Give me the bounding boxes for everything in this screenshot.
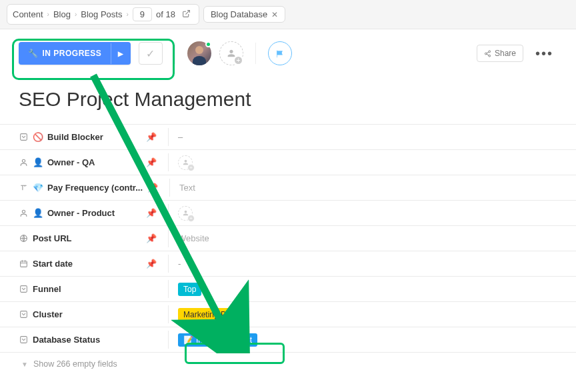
field-emoji-icon: 👤: [33, 208, 43, 218]
breadcrumb-page-number[interactable]: 9: [133, 7, 152, 21]
svg-line-5: [487, 51, 489, 53]
field-name: Database Status: [33, 335, 141, 345]
text-type-icon: [19, 183, 29, 193]
svg-point-7: [22, 159, 25, 162]
more-menu-button[interactable]: •••: [531, 47, 557, 60]
field-value[interactable]: 📝In Development: [169, 329, 576, 351]
dropdown-type-icon: [19, 284, 29, 294]
field-label[interactable]: 👤Owner - Product📌: [0, 204, 169, 222]
dropdown-type-icon: [19, 132, 29, 142]
badge-label: Marketing PM: [183, 310, 233, 319]
svg-line-0: [185, 10, 189, 14]
field-row: FunnelTop: [0, 277, 576, 302]
field-name: Owner - Product: [47, 208, 141, 218]
open-new-icon[interactable]: [179, 9, 193, 20]
url-type-icon: [19, 233, 29, 243]
field-name: Build Blocker: [47, 132, 141, 142]
fields-list: 🚫Build Blocker📌–👤Owner - QA📌+💎Pay Freque…: [0, 124, 576, 353]
svg-rect-6: [21, 134, 27, 141]
add-person-icon[interactable]: +: [178, 206, 193, 221]
field-label[interactable]: Start date📌: [0, 255, 169, 273]
field-row: 🚫Build Blocker📌–: [0, 125, 576, 150]
pin-icon[interactable]: 📌: [145, 259, 161, 269]
field-row: 👤Owner - Product📌+: [0, 201, 576, 226]
svg-rect-14: [21, 286, 27, 293]
pin-icon[interactable]: 📌: [145, 132, 161, 142]
svg-rect-10: [21, 261, 27, 267]
field-value[interactable]: +: [169, 151, 576, 174]
dropdown-type-icon: [19, 309, 29, 319]
field-value[interactable]: –: [169, 128, 576, 146]
svg-point-8: [22, 210, 25, 213]
svg-rect-15: [21, 311, 27, 318]
tag-label: Blog Database: [211, 9, 267, 19]
field-name: Owner - QA: [47, 157, 141, 167]
field-value[interactable]: Marketing PM: [169, 304, 576, 325]
status-badge[interactable]: 📝In Development: [178, 333, 257, 347]
page-title[interactable]: SEO Project Management: [0, 72, 576, 124]
divider: [255, 43, 256, 64]
show-empty-fields-button[interactable]: ▼ Show 266 empty fields: [0, 353, 576, 375]
chevron-right-icon: ›: [75, 11, 77, 18]
field-label[interactable]: Database Status: [0, 331, 169, 349]
status-badge[interactable]: Top: [178, 283, 201, 296]
field-row: Database Status📝In Development: [0, 327, 576, 353]
breadcrumb-of-total: of 18: [156, 9, 175, 19]
chevron-right-icon: ›: [47, 11, 49, 18]
field-name: Pay Frequency (contr...: [47, 183, 143, 193]
chevron-right-icon[interactable]: ▶: [111, 43, 131, 64]
person-type-icon: [19, 208, 29, 218]
chevron-down-icon: ▼: [21, 361, 28, 368]
field-label[interactable]: 🚫Build Blocker📌: [0, 128, 169, 146]
field-value[interactable]: Text: [170, 179, 576, 197]
tool-icon: 🔧: [28, 49, 39, 58]
badge-label: Top: [183, 285, 196, 294]
field-row: 💎Pay Frequency (contr...📌Text: [0, 175, 576, 201]
close-icon[interactable]: ✕: [271, 10, 278, 19]
field-value[interactable]: -: [169, 255, 576, 273]
field-label[interactable]: 👤Owner - QA📌: [0, 153, 169, 171]
badge-emoji-icon: 📝: [183, 335, 193, 345]
svg-point-3: [489, 55, 491, 57]
breadcrumb-bar: Content › Blog › Blog Posts › 9 of 18 Bl…: [0, 0, 576, 29]
breadcrumb[interactable]: Content › Blog › Blog Posts › 9 of 18: [7, 4, 199, 25]
field-row: Start date📌-: [0, 251, 576, 277]
share-label: Share: [495, 49, 516, 58]
share-button[interactable]: Share: [477, 45, 523, 62]
add-assignee-button[interactable]: +: [219, 41, 243, 65]
field-emoji-icon: 🚫: [33, 132, 43, 142]
breadcrumb-item[interactable]: Blog Posts: [81, 9, 122, 19]
pin-icon[interactable]: 📌: [145, 233, 161, 243]
add-person-icon[interactable]: +: [178, 155, 193, 170]
field-label[interactable]: Post URL📌: [0, 229, 169, 247]
pin-icon[interactable]: 📌: [145, 208, 161, 218]
field-label[interactable]: Funnel: [0, 280, 169, 298]
badge-label: In Development: [196, 335, 252, 345]
plus-icon: +: [233, 55, 243, 65]
pin-icon[interactable]: 📌: [145, 157, 161, 167]
breadcrumb-item[interactable]: Blog: [53, 9, 71, 19]
person-type-icon: [19, 157, 29, 167]
breadcrumb-item[interactable]: Content: [13, 9, 43, 19]
status-badge[interactable]: Marketing PM: [178, 308, 238, 321]
priority-flag-button[interactable]: [268, 41, 292, 65]
divider: [175, 43, 175, 64]
field-value[interactable]: Top: [169, 279, 576, 300]
complete-button[interactable]: ✓: [139, 42, 163, 65]
field-name: Cluster: [33, 309, 141, 319]
date-type-icon: [19, 259, 29, 269]
field-emoji-icon: 💎: [33, 183, 43, 193]
field-label[interactable]: 💎Pay Frequency (contr...📌: [0, 179, 170, 197]
field-value[interactable]: Website: [169, 229, 576, 247]
field-row: ClusterMarketing PM: [0, 302, 576, 327]
field-value[interactable]: +: [169, 202, 576, 225]
field-label[interactable]: Cluster: [0, 305, 169, 323]
show-empty-label: Show 266 empty fields: [33, 359, 117, 369]
chevron-right-icon: ›: [126, 11, 128, 18]
online-dot-icon: [205, 41, 211, 47]
svg-line-4: [487, 54, 489, 55]
pin-icon[interactable]: 📌: [147, 183, 163, 193]
assignee-avatar[interactable]: [187, 41, 211, 65]
tag-pill[interactable]: Blog Database ✕: [203, 6, 285, 23]
status-button[interactable]: 🔧 IN PROGRESS ▶: [19, 42, 131, 65]
